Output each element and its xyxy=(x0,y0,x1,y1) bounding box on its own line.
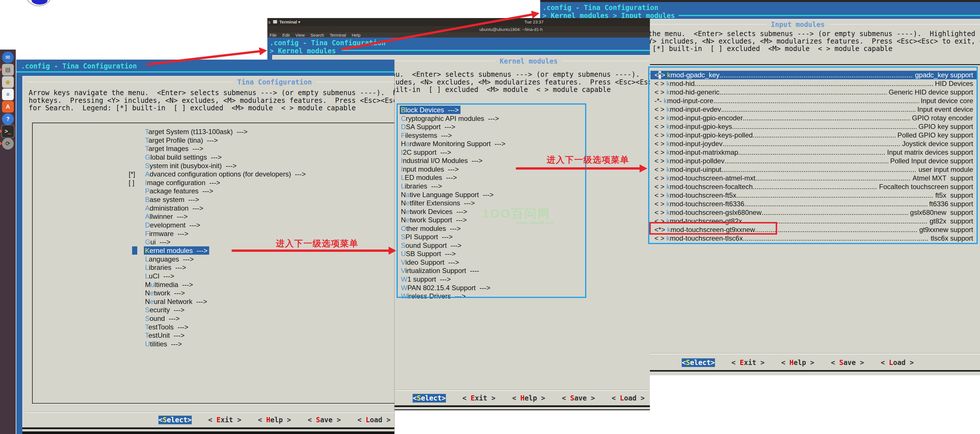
terminal-icon[interactable]: >_ xyxy=(2,126,14,137)
menubar-view[interactable]: View xyxy=(296,33,305,38)
menu-item-libraries[interactable]: Libraries ---> xyxy=(33,263,395,272)
button-select[interactable]: <Select> xyxy=(159,416,192,424)
menu-item-system-init-busybox-init[interactable]: System init (busybox-init) ---> xyxy=(33,162,395,170)
kmod-row-kmod-touchscreen-ft5x[interactable]: < > kmod-touchscreen-ft5x...............… xyxy=(651,191,977,200)
menu-item-languages[interactable]: Languages ---> xyxy=(33,255,395,263)
menu-item-base-system[interactable]: Base system ---> xyxy=(33,196,395,203)
menu-item-label: USB Support ---> xyxy=(400,250,457,258)
kmod-row-kmod-input-gpio-encoder[interactable]: < > kmod-input-gpio-encoder.............… xyxy=(651,114,977,122)
button-load[interactable]: < Load > xyxy=(357,416,391,424)
menu-item-gui[interactable]: Gui ---> xyxy=(33,238,395,246)
menu-item-label: Utilities ---> xyxy=(144,340,184,348)
kmod-row-kmod-touchscreen-gt9xxnew[interactable]: <*> kmod-touchscreen-gt9xxnew...........… xyxy=(651,226,977,234)
menu-item-testunit[interactable]: TestUnit ---> xyxy=(33,331,395,339)
menu-item-sound[interactable]: Sound ---> xyxy=(33,314,395,323)
menu-item-target-profile-tina[interactable]: Target Profile (tina) ---> xyxy=(33,136,395,145)
menubar-help[interactable]: Help xyxy=(352,33,361,38)
panel-app-menu[interactable]: Terminal ▾ xyxy=(279,19,300,25)
kmod-row-kmod-input-matrixkmap[interactable]: < > kmod-input-matrixkmap...............… xyxy=(651,148,977,157)
kmod-row-kmod-touchscreen-focaltech[interactable]: < > kmod-touchscreen-focaltech..........… xyxy=(651,183,977,191)
running-indicator-dot xyxy=(0,142,2,145)
menu-item-security[interactable]: Security ---> xyxy=(33,306,395,314)
kmod-row-kmod-touchscreen-ft6336[interactable]: < > kmod-touchscreen-ft6336.............… xyxy=(651,200,977,208)
menu-item-network[interactable]: Network ---> xyxy=(33,289,395,297)
button-help[interactable]: < Help > xyxy=(258,416,291,424)
button-save[interactable]: < Save > xyxy=(562,394,595,402)
menubar-terminal[interactable]: Terminal xyxy=(330,33,346,38)
thunderbird-icon[interactable]: ✉ xyxy=(2,52,14,63)
button-load[interactable]: < Load > xyxy=(611,394,645,402)
ubuntu-software-icon[interactable]: A xyxy=(2,101,14,113)
button-exit[interactable]: < Exit > xyxy=(208,416,242,424)
menu-item-image-configuration[interactable]: [ ] Image configuration ---> xyxy=(33,178,395,187)
panel-clock[interactable]: Tue 23:37 xyxy=(524,19,544,24)
menu-item-multimedia[interactable]: Multimedia ---> xyxy=(33,280,395,289)
button-help[interactable]: < Help > xyxy=(781,358,815,367)
dialog-tina-configuration: Tina Configuration Arrow keys navigate t… xyxy=(22,76,395,429)
kmod-description: user input module xyxy=(917,165,973,174)
menu-item-firmware[interactable]: Firmware ---> xyxy=(33,229,395,238)
menu-item-global-build-settings[interactable]: Global build settings ---> xyxy=(33,153,395,161)
menu-item-kernel-modules[interactable]: Kernel modules ---> xyxy=(33,246,395,255)
kmod-row-kmod-input-evdev[interactable]: < > kmod-input-evdev....................… xyxy=(651,105,977,114)
kmod-description: HID Devices xyxy=(933,79,973,88)
menubar-edit[interactable]: Edit xyxy=(282,33,290,38)
button-save[interactable]: < Save > xyxy=(308,416,341,424)
kmod-row-kmod-input-gpio-keys-polled[interactable]: < > kmod-input-gpio-keys-polled.........… xyxy=(651,131,977,140)
kmod-row-kmod-input-polldev[interactable]: < > kmod-input-polldev..................… xyxy=(651,157,977,165)
menu-list: Target System (t113-100ask) --->Target P… xyxy=(32,122,395,404)
dot-leader: ........................................… xyxy=(736,191,933,200)
rhythmbox-icon[interactable]: ◉ xyxy=(2,76,14,88)
menu-item-label: Virtualization Support ---- xyxy=(400,266,481,275)
button-load[interactable]: < Load > xyxy=(881,358,914,367)
button-exit[interactable]: < Exit > xyxy=(463,394,496,402)
menu-item-administration[interactable]: Administration ---> xyxy=(33,204,395,212)
menu-item-target-images[interactable]: Target Images ---> xyxy=(33,145,395,153)
kmod-name: kmod-input-evdev xyxy=(666,105,721,114)
kmod-row-kmod-hid[interactable]: < > kmod-hid............................… xyxy=(651,79,977,88)
menubar-file[interactable]: File xyxy=(270,33,277,38)
gnome-top-panel: s Terminal ▾ Tue 23:37 xyxy=(267,18,650,26)
menu-item-label: Hardware Monitoring Support ---> xyxy=(400,140,507,148)
menu-item-advanced-configuration-options-for-developers[interactable]: [*] Advanced configuration options (for … xyxy=(33,170,395,178)
menu-item-neural-network[interactable]: Neural Network ---> xyxy=(33,297,395,306)
button-select[interactable]: <Select> xyxy=(413,394,446,402)
kmod-row-kmod-input-gpio-keys[interactable]: < > kmod-input-gpio-keys................… xyxy=(651,122,977,131)
kmod-row-kmod-gpadc-key[interactable]: <*> kmod-gpadc_key......................… xyxy=(651,71,977,79)
kmod-description: gt82x support xyxy=(928,217,973,226)
menu-item-target-system-t113-100ask[interactable]: Target System (t113-100ask) ---> xyxy=(33,127,395,136)
menu-item-label: Target Images ---> xyxy=(144,145,205,153)
dot-leader: ........................................… xyxy=(719,71,913,79)
menu-item-label: Multimedia ---> xyxy=(144,280,194,289)
software-updater-icon[interactable]: ⟳ xyxy=(2,138,14,149)
button-help[interactable]: < Help > xyxy=(512,394,545,402)
menu-item-testtools[interactable]: TestTools ---> xyxy=(33,323,395,331)
kmod-row-kmod-touchscreen-atmel-mxt[interactable]: < > kmod-touchscreen-atmel-mxt..........… xyxy=(651,174,977,183)
menu-item-package-features[interactable]: Package features ---> xyxy=(33,187,395,195)
kmod-row-kmod-input-core[interactable]: -*- kmod-input-core.....................… xyxy=(651,97,977,105)
menu-item-allwinner[interactable]: Allwinner ---> xyxy=(33,212,395,221)
menubar-search[interactable]: Search xyxy=(310,33,324,38)
dot-leader: ........................................… xyxy=(743,234,929,243)
kmod-row-kmod-touchscreen-tlsc6x[interactable]: < > kmod-touchscreen-tlsc6x.............… xyxy=(651,234,977,243)
menu-item-luci[interactable]: LuCI ---> xyxy=(33,272,395,280)
dot-leader: ........................................… xyxy=(762,208,908,217)
help-icon[interactable]: ? xyxy=(2,113,14,125)
button-select[interactable]: <Select> xyxy=(682,358,715,367)
window-titlebar[interactable]: ubuntu@ubuntu1804: ~/tina-d1-h xyxy=(267,26,650,32)
kmod-row-kmod-input-uinput[interactable]: < > kmod-input-uinput...................… xyxy=(651,165,977,174)
row-state-marker: < > xyxy=(654,79,666,88)
menu-item-development[interactable]: Development ---> xyxy=(33,221,395,229)
kmod-row-kmod-touchscreen-gslx680new[interactable]: < > kmod-touchscreen-gslx680new.........… xyxy=(651,208,977,217)
divider-line xyxy=(16,72,394,73)
kmod-row-kmod-hid-generic[interactable]: < > kmod-hid-generic....................… xyxy=(651,88,977,97)
button-exit[interactable]: < Exit > xyxy=(732,358,765,367)
dot-leader: ........................................… xyxy=(721,105,915,114)
menu-item-utilities[interactable]: Utilities ---> xyxy=(33,340,395,348)
kmod-row-kmod-input-joydev[interactable]: < > kmod-input-joydev...................… xyxy=(651,140,977,148)
menu-item-label: System init (busybox-init) ---> xyxy=(144,162,238,170)
button-save[interactable]: < Save > xyxy=(831,358,864,367)
file-cabinet-icon[interactable]: ▤ xyxy=(2,64,14,76)
libreoffice-writer-icon[interactable]: ≡ xyxy=(2,89,14,100)
kmod-row-kmod-touchscreen-gt82x[interactable]: < > kmod-touchscreen-gt82x..............… xyxy=(651,217,977,226)
